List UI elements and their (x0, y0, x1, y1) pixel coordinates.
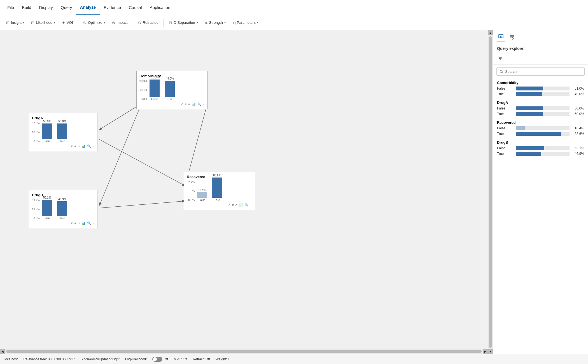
drugb-grid-icon[interactable]: # (74, 221, 76, 225)
menu-display[interactable]: Display (35, 1, 57, 14)
druga-true-row: True 50.0% (497, 111, 584, 116)
optimize-chevron: ▾ (104, 21, 105, 24)
drugb-node: DrugB 39.9% 19.9% 0.0% 53.1% False 46.9% (29, 190, 97, 228)
drugb-toolbar: ↗ # σ 📊 🔍 − (32, 221, 94, 225)
statusbar: localhost Relevance tree: 00:00:00.00039… (0, 354, 588, 364)
comorbidity-grid-icon[interactable]: # (185, 102, 186, 106)
toggle-circle (153, 357, 157, 361)
status-host: localhost (4, 357, 18, 361)
comorbidity-search-icon[interactable]: 🔍 (197, 102, 201, 106)
strength-icon: ◈ (205, 20, 208, 25)
druga-bar-false: 50.0% False (42, 120, 52, 143)
list-query-icon-btn[interactable] (508, 32, 517, 41)
svg-line-0 (99, 104, 140, 130)
monitor-query-icon (498, 34, 504, 39)
scroll-down-btn[interactable]: ▼ (488, 349, 493, 354)
strength-chevron: ▾ (224, 21, 226, 24)
comorbidity-chart-icon[interactable]: 📊 (192, 102, 196, 106)
recovered-toolbar: ↗ # σ 📊 🔍 − (187, 203, 252, 207)
status-relevance: Relevance tree: 00:00:00.0003917 (23, 357, 75, 361)
menu-query[interactable]: Query (57, 1, 76, 14)
menu-analyze[interactable]: Analyze (76, 0, 100, 15)
drugb-true-row: True 46.9% (497, 151, 584, 156)
recovered-sigma-icon[interactable]: σ (235, 203, 237, 207)
comorbidity-false-row: False 51.0% (497, 86, 584, 91)
canvas[interactable]: Comorbidity 38.3% 19.1% 0.0% 51.0% False… (0, 30, 493, 354)
drugb-sigma-icon[interactable]: σ (78, 221, 80, 225)
search-input[interactable] (505, 69, 582, 74)
recovered-false-row: False 16.4% (497, 126, 584, 131)
comorbidity-group-title: Comorbidity (497, 81, 584, 85)
drugb-false-bar (516, 146, 570, 150)
druga-group: DrugA False 50.0% True 50.0% (497, 101, 584, 116)
toolbar-strength[interactable]: ◈ Strength ▾ (202, 19, 228, 27)
toolbar-retracted[interactable]: ⊘ Retracted (135, 19, 161, 27)
drugb-title: DrugB (32, 193, 94, 197)
recovered-grid-icon[interactable]: # (232, 203, 234, 207)
comorbidity-minus-icon[interactable]: − (203, 102, 205, 106)
menubar: File Build Display Query Analyze Evidenc… (0, 0, 588, 15)
druga-sigma-icon[interactable]: σ (78, 144, 80, 148)
retracted-icon: ⊘ (138, 20, 141, 25)
drugb-expand-icon[interactable]: ↗ (70, 221, 73, 225)
sort-btn[interactable] (496, 55, 504, 63)
recovered-chart-icon[interactable]: 📊 (239, 203, 243, 207)
comorbidity-true-bar (516, 92, 570, 96)
menu-causal[interactable]: Causal (125, 1, 146, 14)
toggle-pill[interactable] (152, 357, 162, 362)
toolbar: ⊞ Insight ▾ ⊡ Likelihood ▾ ✦ VOI ⊕ Optim… (0, 15, 588, 30)
menu-build[interactable]: Build (18, 1, 35, 14)
comorbidity-sigma-icon[interactable]: σ (188, 102, 190, 106)
dseparation-icon: ⊡ (169, 20, 172, 25)
insight-icon: ⊞ (6, 20, 10, 25)
insight-chevron: ▾ (23, 21, 24, 24)
recovered-minus-icon[interactable]: − (250, 203, 252, 207)
recovered-group: Recovered False 16.4% True 83.6% (497, 120, 584, 136)
toolbar-dseparation[interactable]: ⊡ D-Separation ▾ (166, 19, 201, 27)
scroll-thumb[interactable] (489, 36, 492, 348)
query-explorer-icon-btn[interactable] (496, 32, 505, 41)
menu-evidence[interactable]: Evidence (100, 1, 125, 14)
scroll-up-btn[interactable]: ▲ (488, 30, 493, 35)
drugb-search-icon[interactable]: 🔍 (87, 221, 91, 225)
horizontal-scrollbar[interactable]: ◀ ▶ (0, 349, 488, 354)
status-loglikelihood: Log-likelihood: (125, 357, 147, 361)
vertical-scrollbar[interactable]: ▲ ▼ (488, 30, 493, 354)
drugb-chart-icon[interactable]: 📊 (81, 221, 85, 225)
svg-line-1 (99, 107, 140, 205)
search-icon (500, 70, 503, 74)
menu-file[interactable]: File (3, 1, 18, 14)
recovered-expand-icon[interactable]: ↗ (228, 203, 230, 207)
comorbidity-true-row: True 49.0% (497, 92, 584, 97)
likelihood-chevron: ▾ (54, 21, 55, 24)
comorbidity-bar-true: 49.0% True (165, 77, 175, 101)
toolbar-impact[interactable]: ⊗ Impact (109, 19, 130, 27)
svg-line-2 (186, 104, 207, 181)
sep-2 (133, 19, 133, 27)
toolbar-insight[interactable]: ⊞ Insight ▾ (3, 19, 27, 27)
status-weight: Weight: 1 (216, 357, 230, 361)
druga-expand-icon[interactable]: ↗ (70, 144, 73, 148)
drugb-minus-icon[interactable]: − (93, 221, 94, 225)
comorbidity-expand-icon[interactable]: ↗ (181, 102, 183, 106)
druga-minus-icon[interactable]: − (93, 144, 94, 148)
toolbar-likelihood[interactable]: ⊡ Likelihood ▾ (28, 19, 58, 27)
druga-grid-icon[interactable]: # (74, 144, 76, 148)
status-policy: SinglePolicyUpdatingLight (81, 357, 120, 361)
scroll-left-btn[interactable]: ◀ (0, 349, 5, 354)
druga-chart-icon[interactable]: 📊 (81, 144, 85, 148)
toolbar-voi[interactable]: ✦ VOI (59, 19, 76, 27)
druga-search-icon[interactable]: 🔍 (87, 144, 91, 148)
log-likelihood-toggle[interactable]: Off (152, 357, 168, 362)
scroll-right-btn[interactable]: ▶ (483, 349, 488, 354)
recovered-bar-false: 16.4% False (197, 188, 207, 202)
recovered-search-icon[interactable]: 🔍 (245, 203, 249, 207)
toolbar-optimize[interactable]: ⊕ Optimize ▾ (80, 19, 108, 27)
menu-application[interactable]: Application (146, 1, 174, 14)
hscroll-thumb[interactable] (6, 350, 482, 353)
drugb-group-title: DrugB (497, 140, 584, 144)
sep-3 (164, 19, 164, 27)
toolbar-parameters[interactable]: ◁ Parameters ▾ (230, 19, 261, 27)
panel-header (493, 30, 588, 44)
right-panel: Query explorer Comorbid (493, 30, 588, 354)
